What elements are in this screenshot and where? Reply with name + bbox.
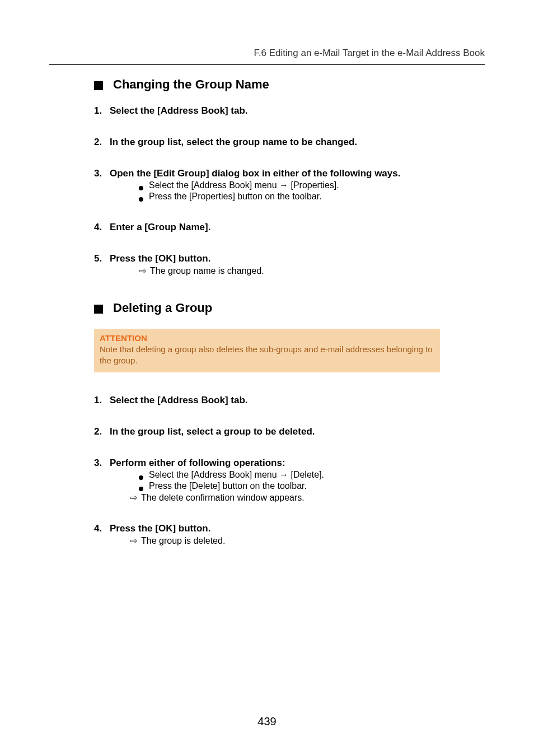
step-text: Perform either of following operations: [110, 458, 485, 469]
del-step-1: 1. Select the [Address Book] tab. [94, 395, 485, 406]
page-root: F.6 Editing an e-Mail Target in the e-Ma… [0, 0, 534, 756]
step-5-result: ⇨ The group name is changed. [139, 265, 485, 276]
square-bullet-icon [94, 81, 103, 90]
step-text: Open the [Edit Group] dialog box in eith… [110, 168, 485, 179]
section-title: Deleting a Group [113, 301, 212, 315]
step-number: 2. [94, 137, 110, 148]
step-text: In the group list, select the group name… [110, 137, 485, 148]
section-heading-deleting-group: Deleting a Group [94, 301, 485, 315]
disc-bullet-icon [139, 186, 143, 190]
step-number: 5. [94, 253, 110, 264]
bullet-text: Press the [Delete] button on the toolbar… [149, 481, 485, 491]
del-step-4: 4. Press the [OK] button. [94, 523, 485, 534]
del-step-3-bullet-1: Select the [Address Book] menu → [Delete… [139, 470, 485, 480]
running-head: F.6 Editing an e-Mail Target in the e-Ma… [49, 48, 485, 64]
step-3: 3. Open the [Edit Group] dialog box in e… [94, 168, 485, 179]
del-step-3-bullet-2: Press the [Delete] button on the toolbar… [139, 481, 485, 491]
step-3-bullet-2: Press the [Properties] button on the too… [139, 192, 485, 202]
del-step-3: 3. Perform either of following operation… [94, 458, 485, 469]
step-number: 3. [94, 168, 110, 179]
page-number: 439 [0, 715, 534, 728]
step-number: 2. [94, 426, 110, 437]
step-text: Press the [OK] button. [110, 253, 485, 264]
attention-box: ATTENTION Note that deleting a group als… [94, 329, 440, 372]
result-arrow-icon: ⇨ [130, 492, 140, 503]
del-step-2: 2. In the group list, select a group to … [94, 426, 485, 437]
step-2: 2. In the group list, select the group n… [94, 137, 485, 148]
attention-label: ATTENTION [100, 333, 434, 343]
step-number: 4. [94, 523, 110, 534]
step-text: Select the [Address Book] tab. [110, 105, 485, 116]
step-number: 1. [94, 395, 110, 406]
attention-body: Note that deleting a group also deletes … [100, 344, 434, 367]
result-text: The delete confirmation window appears. [141, 493, 485, 503]
result-text: The group name is changed. [150, 266, 485, 276]
step-text: Select the [Address Book] tab. [110, 395, 485, 406]
step-text: Enter a [Group Name]. [110, 222, 485, 233]
section-title: Changing the Group Name [113, 77, 269, 92]
square-bullet-icon [94, 305, 103, 314]
disc-bullet-icon [139, 487, 143, 491]
header-rule [49, 64, 485, 65]
bullet-text: Press the [Properties] button on the too… [149, 192, 485, 202]
disc-bullet-icon [139, 475, 143, 480]
disc-bullet-icon [139, 197, 143, 202]
step-5: 5. Press the [OK] button. [94, 253, 485, 264]
result-arrow-icon: ⇨ [130, 535, 140, 546]
step-text: Press the [OK] button. [110, 523, 485, 534]
step-text: In the group list, select a group to be … [110, 426, 485, 437]
result-text: The group is deleted. [141, 536, 485, 546]
result-arrow-icon: ⇨ [139, 265, 149, 276]
step-3-bullet-1: Select the [Address Book] menu → [Proper… [139, 180, 485, 190]
step-number: 3. [94, 458, 110, 469]
step-1: 1. Select the [Address Book] tab. [94, 105, 485, 116]
del-step-4-result: ⇨ The group is deleted. [130, 535, 485, 546]
step-4: 4. Enter a [Group Name]. [94, 222, 485, 233]
step-number: 4. [94, 222, 110, 233]
step-number: 1. [94, 105, 110, 116]
section-heading-changing-group-name: Changing the Group Name [94, 77, 485, 92]
bullet-text: Select the [Address Book] menu → [Proper… [149, 180, 485, 190]
del-step-3-result: ⇨ The delete confirmation window appears… [130, 492, 485, 503]
bullet-text: Select the [Address Book] menu → [Delete… [149, 470, 485, 480]
